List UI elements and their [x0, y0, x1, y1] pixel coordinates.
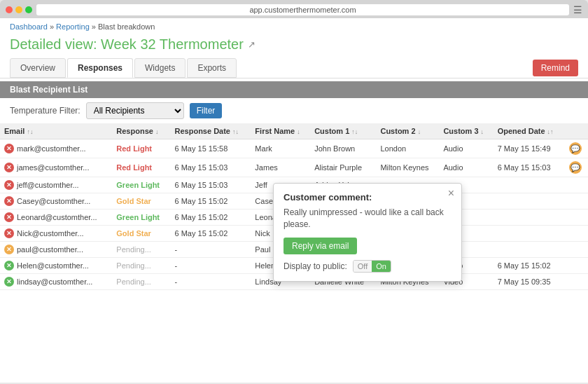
breadcrumb-current: Blast breakdown: [98, 22, 155, 31]
cell-opened: [493, 242, 565, 258]
cell-action: [565, 258, 588, 274]
cell-response: Gold Star: [112, 226, 170, 242]
temperature-filter[interactable]: All Recipients: [86, 102, 184, 119]
cell-response: Pending...: [112, 242, 170, 258]
col-header-custom3[interactable]: Custom 3 ↓: [439, 123, 493, 139]
cell-email: ✕ Helen@customther...: [0, 258, 112, 274]
blast-header: Blast Recipient List: [0, 81, 588, 98]
cell-date: -: [171, 274, 251, 290]
email-value: Helen@customther...: [17, 261, 89, 270]
cell-firstname: James: [251, 158, 310, 177]
email-value: Casey@customther...: [17, 197, 90, 205]
cell-email: ✕ Nick@customther...: [0, 226, 112, 242]
customer-comment-popup: × Customer comment: Really unimpressed -…: [273, 183, 462, 282]
cell-email: ✕ mark@customther...: [0, 139, 112, 158]
cell-date: -: [171, 242, 251, 258]
tab-responses[interactable]: Responses: [67, 58, 133, 78]
cell-response: Red Light: [112, 158, 170, 177]
cell-action: [565, 193, 588, 210]
status-icon: ✕: [4, 196, 14, 206]
popup-close-button[interactable]: ×: [448, 188, 454, 199]
cell-custom3: Audio: [439, 158, 493, 177]
cell-response: Pending...: [112, 258, 170, 274]
table-row: ✕ james@customther... Red Light 6 May 15…: [0, 158, 588, 177]
breadcrumb-reporting[interactable]: Reporting: [56, 22, 90, 31]
cell-response: Green Light: [112, 210, 170, 226]
email-value: Leonard@customther...: [17, 213, 97, 221]
cell-date: 6 May 15 15:02: [171, 193, 251, 210]
col-header-response[interactable]: Response ↓: [112, 123, 170, 139]
tab-widgets[interactable]: Widgets: [134, 58, 186, 78]
cell-email: ✕ james@customther...: [0, 158, 112, 177]
cell-date: 6 May 15 15:02: [171, 226, 251, 242]
reply-via-email-button[interactable]: Reply via email: [284, 238, 357, 254]
cell-response: Pending...: [112, 274, 170, 290]
chat-icon[interactable]: 💬: [569, 142, 582, 155]
cell-date: 6 May 15 15:03: [171, 177, 251, 193]
cell-email: ✕ lindsay@customther...: [0, 274, 112, 290]
display-public-label: Display to public:: [284, 261, 347, 271]
public-toggle[interactable]: Off On: [353, 260, 391, 273]
tab-overview[interactable]: Overview: [10, 58, 66, 78]
browser-chrome: app.customerthermometer.com ☰: [0, 0, 588, 18]
status-icon: ✕: [4, 163, 14, 172]
maximize-button[interactable]: [25, 6, 32, 13]
cell-date: 6 May 15 15:58: [171, 139, 251, 158]
cell-opened: 6 May 15 15:02: [493, 258, 565, 274]
col-header-custom2[interactable]: Custom 2 ↓: [376, 123, 439, 139]
filter-button[interactable]: Filter: [190, 103, 223, 118]
page-title-text: Detailed view: Week 32 Thermometer: [10, 36, 244, 53]
status-icon: ✕: [4, 228, 14, 238]
col-header-date[interactable]: Response Date ↑↓: [171, 123, 251, 139]
col-header-opened[interactable]: Opened Date ↓↑: [493, 123, 565, 139]
tabs-bar: Overview Responses Widgets Exports Remin…: [0, 58, 588, 78]
status-icon: ✕: [4, 144, 14, 153]
address-bar[interactable]: app.customerthermometer.com: [36, 4, 569, 15]
cell-opened: [493, 177, 565, 193]
page-content: Dashboard » Reporting » Blast breakdown …: [0, 18, 588, 383]
table-container: Email ↑↓ Response ↓ Response Date ↑↓ Fir…: [0, 123, 588, 290]
display-public-row: Display to public: Off On: [284, 260, 451, 273]
popup-title: Customer comment:: [284, 192, 451, 203]
cell-firstname: Mark: [251, 139, 310, 158]
cell-custom3: Audio: [439, 139, 493, 158]
col-header-firstname[interactable]: First Name ↓: [251, 123, 310, 139]
close-button[interactable]: [6, 6, 13, 13]
cell-email: ✕ Casey@customther...: [0, 193, 112, 210]
email-value: lindsay@customther...: [17, 277, 92, 286]
breadcrumb: Dashboard » Reporting » Blast breakdown: [0, 18, 588, 35]
breadcrumb-dashboard[interactable]: Dashboard: [10, 22, 48, 31]
menu-icon[interactable]: ☰: [573, 4, 582, 15]
cell-date: 6 May 15 15:03: [171, 158, 251, 177]
minimize-button[interactable]: [15, 6, 22, 13]
email-value: jeff@customther...: [17, 181, 79, 189]
toggle-off[interactable]: Off: [354, 261, 372, 272]
cell-opened: 7 May 15 15:49: [493, 139, 565, 158]
status-icon: ✕: [4, 245, 14, 254]
remind-button[interactable]: Remind: [533, 60, 578, 76]
table-row: ✕ mark@customther... Red Light 6 May 15 …: [0, 139, 588, 158]
cell-custom2: Milton Keynes: [376, 158, 439, 177]
cell-action: [565, 177, 588, 193]
cell-email: ✕ Leonard@customther...: [0, 210, 112, 226]
status-icon: ✕: [4, 277, 14, 287]
status-icon: ✕: [4, 180, 14, 190]
toggle-on[interactable]: On: [372, 261, 391, 272]
cell-action: [565, 210, 588, 226]
cell-date: 6 May 15 15:02: [171, 210, 251, 226]
status-icon: ✕: [4, 261, 14, 270]
email-value: paul@customther...: [17, 245, 83, 254]
col-header-custom1[interactable]: Custom 1 ↑↓: [310, 123, 376, 139]
chat-icon[interactable]: 💬: [569, 161, 582, 174]
cell-response: Red Light: [112, 139, 170, 158]
cell-response: Green Light: [112, 177, 170, 193]
cell-opened: 6 May 15 15:03: [493, 158, 565, 177]
tab-exports[interactable]: Exports: [187, 58, 237, 78]
external-link-icon[interactable]: ↗: [248, 39, 255, 50]
email-value: mark@customther...: [17, 144, 86, 153]
cell-date: -: [171, 258, 251, 274]
filter-label: Temperature Filter:: [10, 106, 80, 116]
cell-action: 💬: [565, 158, 588, 177]
tabs: Overview Responses Widgets Exports: [10, 58, 238, 78]
cell-action: [565, 226, 588, 242]
